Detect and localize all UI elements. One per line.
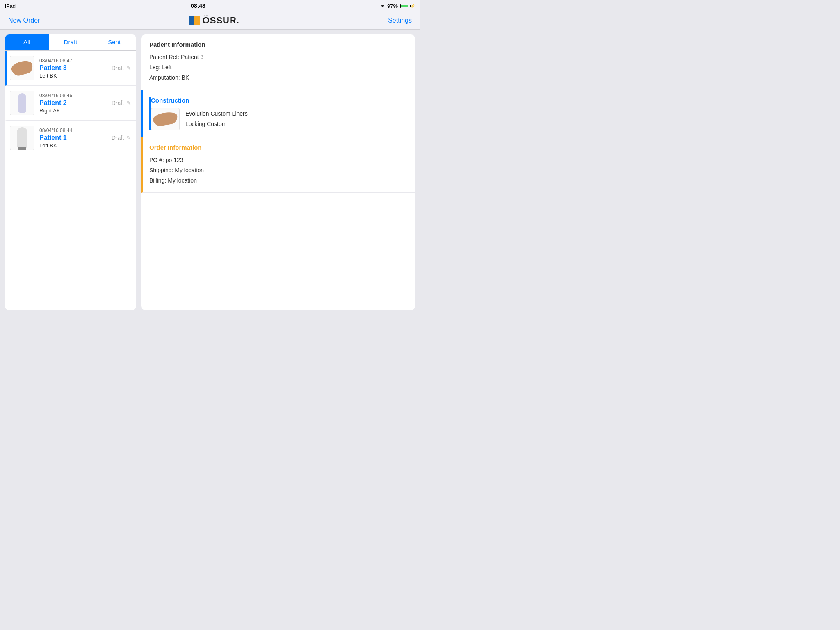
- app-logo: ÖSSUR.: [189, 15, 240, 26]
- edit-icon[interactable]: ✎: [126, 100, 131, 106]
- order-leg: Right AK: [39, 107, 107, 114]
- order-status-label: Draft: [112, 135, 124, 141]
- tab-sent[interactable]: Sent: [92, 34, 136, 50]
- construction-content: Evolution Custom Liners Locking Custom: [151, 108, 407, 130]
- order-date: 08/04/16 08:47: [39, 58, 107, 64]
- order-thumbnail: [10, 56, 34, 80]
- construction-accent: Construction Evolution Custom Liners Loc…: [149, 97, 407, 130]
- battery-percent: 97%: [387, 3, 398, 9]
- order-info: 08/04/16 08:46 Patient 2 Right AK: [39, 93, 107, 114]
- tab-draft[interactable]: Draft: [49, 34, 93, 50]
- order-status-area: Draft ✎: [112, 100, 131, 106]
- shipping-info: Shipping: My location: [149, 165, 407, 176]
- order-info-accent: Order Information PO #: po 123 Shipping:…: [149, 144, 407, 186]
- order-name: Patient 1: [39, 134, 107, 142]
- product-type: Locking Custom: [185, 119, 248, 129]
- construction-title: Construction: [151, 97, 407, 104]
- construction-section: Construction Evolution Custom Liners Loc…: [141, 90, 415, 137]
- order-info: 08/04/16 08:47 Patient 3 Left BK: [39, 58, 107, 79]
- order-thumbnail: [10, 126, 34, 150]
- settings-button[interactable]: Settings: [388, 17, 412, 24]
- main-content: All Draft Sent 08/04/16 08:47 Patient 3 …: [0, 30, 420, 315]
- order-status-area: Draft ✎: [112, 135, 131, 141]
- logo-text: ÖSSUR.: [203, 15, 240, 26]
- product-name: Evolution Custom Liners: [185, 109, 248, 119]
- order-name: Patient 2: [39, 99, 107, 107]
- patient-amputation: Amputation: BK: [149, 73, 407, 83]
- right-panel: Patient Information Patient Ref: Patient…: [141, 34, 415, 310]
- order-status-label: Draft: [112, 100, 124, 106]
- order-list: 08/04/16 08:47 Patient 3 Left BK Draft ✎…: [5, 51, 136, 155]
- status-bar: iPad 08:48 ⚭ 97% ⚡: [0, 0, 420, 11]
- patient-info-title: Patient Information: [149, 41, 407, 48]
- new-order-button[interactable]: New Order: [8, 17, 40, 24]
- order-info-title: Order Information: [149, 144, 407, 151]
- order-status-label: Draft: [112, 65, 124, 71]
- logo-flag-icon: [189, 16, 200, 25]
- order-item[interactable]: 08/04/16 08:46 Patient 2 Right AK Draft …: [5, 86, 136, 121]
- logo-flag-blue: [189, 16, 194, 25]
- order-leg: Left BK: [39, 73, 107, 79]
- patient-info-section: Patient Information Patient Ref: Patient…: [141, 34, 415, 90]
- tab-bar: All Draft Sent: [5, 34, 136, 51]
- edit-icon[interactable]: ✎: [126, 135, 131, 141]
- order-thumbnail: [10, 91, 34, 115]
- order-date: 08/04/16 08:44: [39, 128, 107, 133]
- product-liner-image: [152, 111, 178, 127]
- device-name: iPad: [5, 3, 16, 9]
- product-info: Evolution Custom Liners Locking Custom: [185, 109, 248, 129]
- edit-icon[interactable]: ✎: [126, 65, 131, 71]
- nav-bar: New Order ÖSSUR. Settings: [0, 11, 420, 30]
- left-panel: All Draft Sent 08/04/16 08:47 Patient 3 …: [5, 34, 136, 310]
- order-item[interactable]: 08/04/16 08:44 Patient 1 Left BK Draft ✎: [5, 121, 136, 155]
- order-info: 08/04/16 08:44 Patient 1 Left BK: [39, 128, 107, 148]
- liner-bottom: [18, 147, 26, 150]
- liner-image: [10, 59, 34, 77]
- bluetooth-icon: ⚭: [381, 3, 385, 9]
- order-item[interactable]: 08/04/16 08:47 Patient 3 Left BK Draft ✎: [5, 51, 136, 86]
- logo-flag-yellow: [194, 16, 200, 25]
- liner-image: [17, 127, 27, 148]
- charging-icon: ⚡: [410, 4, 415, 8]
- product-thumbnail: [151, 108, 180, 130]
- order-date: 08/04/16 08:46: [39, 93, 107, 98]
- liner-image: [18, 93, 26, 113]
- battery-icon: ⚡: [400, 4, 415, 8]
- clock: 08:48: [191, 2, 205, 9]
- tab-all[interactable]: All: [5, 34, 49, 50]
- order-name: Patient 3: [39, 64, 107, 72]
- status-right: ⚭ 97% ⚡: [381, 3, 415, 9]
- billing-info: Billing: My location: [149, 176, 407, 186]
- order-status-area: Draft ✎: [112, 65, 131, 71]
- order-info-section: Order Information PO #: po 123 Shipping:…: [141, 137, 415, 193]
- order-leg: Left BK: [39, 142, 107, 148]
- patient-leg: Leg: Left: [149, 62, 407, 73]
- po-number: PO #: po 123: [149, 155, 407, 165]
- patient-ref: Patient Ref: Patient 3: [149, 52, 407, 62]
